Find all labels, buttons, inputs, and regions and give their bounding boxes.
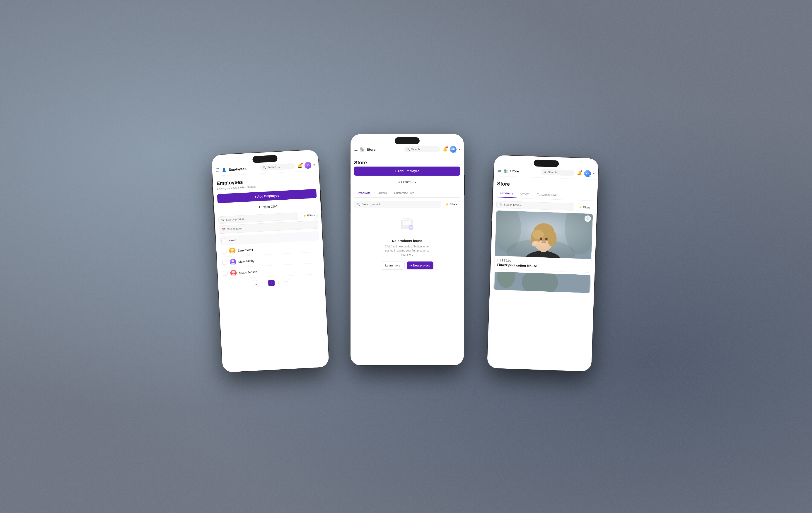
svg-point-5 bbox=[231, 274, 236, 276]
avatar[interactable]: KP bbox=[584, 170, 591, 177]
search-icon: 🔍 bbox=[221, 219, 225, 222]
add-employee-button[interactable]: + Add Employee bbox=[354, 167, 460, 176]
page-10-button[interactable]: 10 bbox=[284, 279, 290, 285]
filter-label: Filters bbox=[583, 206, 590, 209]
tab-products-label: Products bbox=[358, 191, 371, 195]
header-search[interactable]: 🔍 bbox=[260, 163, 295, 171]
new-project-label: + New project bbox=[410, 264, 430, 267]
export-csv-label: ⬇ Export CSV bbox=[258, 205, 277, 209]
empty-state-actions: Learn more + New project bbox=[381, 261, 433, 269]
menu-icon[interactable]: ☰ bbox=[354, 147, 358, 152]
chevron-down-icon[interactable]: ▾ bbox=[593, 172, 594, 175]
tab-customize[interactable]: Customize Live- bbox=[533, 190, 561, 199]
product-image: 🤍 bbox=[495, 210, 593, 259]
tab-customize-label: Customize Live- bbox=[394, 191, 415, 195]
menu-icon[interactable]: ☰ bbox=[497, 168, 501, 173]
notification-button[interactable]: 🔔 bbox=[442, 147, 447, 152]
page-1-button[interactable]: 1 bbox=[253, 281, 259, 287]
app-header: ☰ 🏪 Store 🔍 🔔 KP ▾ bbox=[494, 155, 599, 180]
svg-point-2 bbox=[231, 259, 234, 262]
empty-state-description: Click "add new product" button to get st… bbox=[382, 245, 432, 257]
avatar[interactable]: KP bbox=[450, 146, 457, 153]
header-right: 🔔 JD ▾ bbox=[297, 162, 315, 169]
product-search-input[interactable] bbox=[226, 215, 296, 221]
header-search-input[interactable] bbox=[548, 171, 572, 175]
empty-state-title: No products found bbox=[392, 239, 422, 243]
filter-icon: ⚡ bbox=[446, 203, 449, 206]
product-search[interactable]: 🔍 bbox=[496, 201, 574, 211]
learn-more-label: Learn more bbox=[385, 264, 400, 267]
tab-customize[interactable]: Customize Live- bbox=[390, 189, 419, 197]
filters-button[interactable]: ⚡ Filters bbox=[576, 203, 593, 211]
search-icon: 🔍 bbox=[263, 166, 266, 169]
avatar-online-dot bbox=[589, 175, 591, 177]
next-page-button[interactable]: → bbox=[291, 279, 298, 285]
product-card-2[interactable] bbox=[493, 272, 591, 293]
header-title: Employees bbox=[228, 166, 258, 172]
menu-icon[interactable]: ☰ bbox=[216, 167, 220, 173]
page-title: Store bbox=[497, 181, 594, 190]
product-card[interactable]: 🤍 US$ 59.99 Flower print cotton blouse bbox=[494, 210, 593, 273]
avatar[interactable]: JD bbox=[304, 162, 312, 169]
filters-button[interactable]: ⚡ Filters bbox=[300, 211, 318, 220]
page-6-button[interactable]: 6 bbox=[268, 280, 274, 286]
row-checkbox[interactable] bbox=[223, 271, 228, 276]
svg-point-0 bbox=[231, 248, 234, 251]
employee-name: Zane Sorell bbox=[238, 248, 253, 252]
header-title: Store bbox=[510, 169, 539, 174]
header-right: 🔔 KP ▾ bbox=[577, 170, 594, 177]
tab-products-label: Products bbox=[500, 191, 513, 195]
header-search[interactable]: 🔍 bbox=[404, 146, 440, 152]
date-placeholder: Select dates bbox=[227, 227, 242, 231]
header-search[interactable]: 🔍 bbox=[541, 169, 575, 176]
empty-state-icon bbox=[399, 217, 415, 235]
search-filter-row: 🔍 ⚡ Filters bbox=[354, 201, 460, 208]
chevron-down-icon[interactable]: ▾ bbox=[314, 163, 315, 167]
row-checkbox[interactable] bbox=[222, 249, 227, 254]
product-search[interactable]: 🔍 bbox=[354, 201, 441, 208]
phone-store-product: ☰ 🏪 Store 🔍 🔔 KP ▾ bbox=[487, 155, 599, 371]
svg-point-3 bbox=[231, 263, 235, 265]
notification-dot bbox=[446, 146, 448, 148]
export-csv-button[interactable]: ⬇ Export CSV bbox=[354, 178, 460, 186]
add-employee-label: + Add Employee bbox=[255, 194, 279, 199]
prev-page-button[interactable]: ← bbox=[245, 281, 252, 287]
empty-state: No products found Click "add new product… bbox=[354, 210, 460, 274]
dynamic-island bbox=[534, 160, 559, 167]
search-icon: 🔍 bbox=[544, 170, 547, 173]
search-icon: 🔍 bbox=[499, 203, 502, 206]
avatar bbox=[230, 259, 236, 265]
tab-products[interactable]: Products bbox=[354, 189, 374, 197]
learn-more-button[interactable]: Learn more bbox=[381, 261, 404, 269]
tab-orders-label: Orders bbox=[378, 191, 387, 195]
header-search-input[interactable] bbox=[411, 148, 437, 151]
tab-customize-label: Customize Live- bbox=[536, 193, 558, 197]
export-csv-label: ⬇ Export CSV bbox=[398, 180, 417, 183]
product-search-input[interactable] bbox=[504, 203, 571, 208]
row-checkbox[interactable] bbox=[223, 260, 227, 265]
calendar-icon: 📅 bbox=[222, 228, 226, 231]
tab-orders[interactable]: Orders bbox=[517, 190, 533, 199]
header-search-input[interactable] bbox=[267, 165, 292, 169]
svg-point-1 bbox=[230, 252, 235, 254]
header-right: 🔔 KP ▾ bbox=[442, 146, 460, 153]
notification-dot bbox=[301, 163, 303, 165]
ellipsis-left: ... bbox=[260, 280, 267, 287]
avatar-initials: JD bbox=[306, 164, 310, 167]
notification-button[interactable]: 🔔 bbox=[577, 171, 582, 176]
phone-employees: ☰ 👤 Employees 🔍 🔔 JD ▾ bbox=[211, 149, 329, 372]
tab-products[interactable]: Products bbox=[497, 189, 517, 198]
product-search-input[interactable] bbox=[361, 203, 438, 206]
search-filter-row: 🔍 ⚡ Filters bbox=[496, 201, 593, 211]
page-title: Store bbox=[354, 160, 460, 166]
app-icon: 🏪 bbox=[503, 168, 508, 173]
select-all-checkbox[interactable] bbox=[221, 238, 226, 243]
new-project-button[interactable]: + New project bbox=[407, 261, 433, 269]
tab-orders[interactable]: Orders bbox=[374, 189, 390, 197]
chevron-down-icon[interactable]: ▾ bbox=[459, 148, 460, 151]
header-title: Store bbox=[367, 147, 402, 151]
dynamic-island bbox=[252, 155, 278, 163]
name-column-header: Name bbox=[229, 238, 236, 242]
filters-button[interactable]: ⚡ Filters bbox=[443, 201, 460, 208]
notification-button[interactable]: 🔔 bbox=[297, 163, 302, 168]
